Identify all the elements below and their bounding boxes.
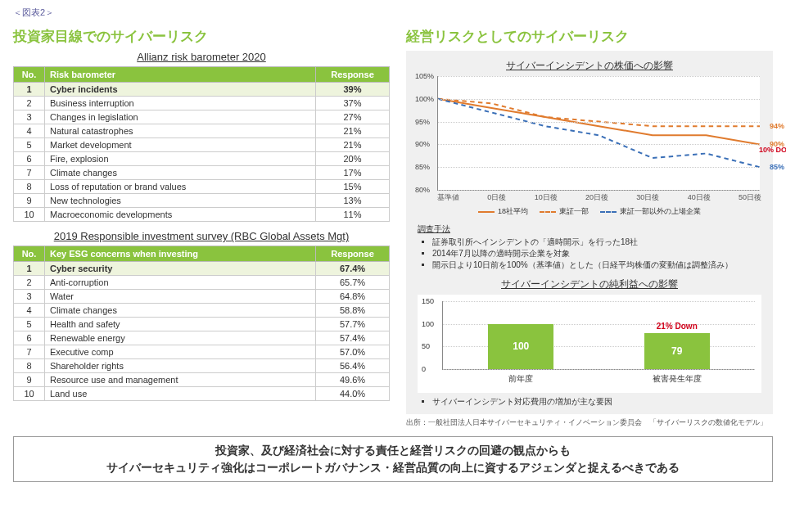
th-resp: Response [316,246,390,262]
left-column: 投資家目線でのサイバーリスク Allianz risk barometer 20… [13,27,390,428]
note-item: 開示日より10日前を100%（基準値）とした（日経平均株価の変動値は調整済み） [432,259,761,271]
profit-bar-chart: 0501001501007921% Down 前年度被害発生年度 [418,295,761,393]
bar-chart-title: サイバーインシデントの純利益への影響 [418,277,761,291]
bar-chart-note: サイバーインシデント対応費用の増加が主な要因 [432,396,761,408]
conclusion-line2: サイバーセキュリティ強化はコーポレートガバナンス・経営品質の向上に資するアジェン… [24,459,762,476]
note-item: 証券取引所へインシデントの「適時開示」を行った18社 [432,237,761,248]
conclusion-line1: 投資家、及び経済社会に対する責任と経営リスクの回避の観点からも [24,442,762,459]
line-chart-legend: 18社平均東証一部東証一部以外の上場企業 [418,206,761,217]
charts-panel: サイバーインシデントの株価への影響 80%85%90%95%100%105%90… [406,51,773,414]
left-section-title: 投資家目線でのサイバーリスク [13,27,390,46]
table-row: 1Cyber security67.4% [14,262,390,276]
table-row: 2Business interruption37% [14,97,390,110]
th-label: Risk barometer [45,67,316,83]
bar: 7921% Down [644,333,710,369]
line-chart-xaxis: 基準値0日後10日後20日後30日後40日後50日後 [437,192,761,203]
table2-caption: 2019 Responsible investment survey (RBC … [13,230,390,242]
table-row: 9New technologies13% [14,194,390,208]
bar: 100 [488,324,553,369]
table-row: 2Anti-corruption65.7% [14,276,390,290]
conclusion-box: 投資家、及び経済社会に対する責任と経営リスクの回避の観点からも サイバーセキュリ… [13,436,773,482]
allianz-table: No. Risk barometer Response 1Cyber incid… [13,66,390,222]
th-no: No. [14,246,45,262]
source-citation: 出所：一般社団法人日本サイバーセキュリティ・イノベーション委員会 「サイバーリス… [406,417,773,428]
table-row: 4Natural catastrophes21% [14,124,390,138]
table-row: 7Climate changes17% [14,166,390,180]
table-row: 4Climate changes58.8% [14,304,390,318]
table1-caption: Allianz risk barometer 2020 [13,51,390,63]
table-row: 1Cyber incidents39% [14,83,390,97]
table-row: 6Renewable energy57.4% [14,331,390,345]
table-row: 5Health and safety57.7% [14,318,390,331]
table-row: 9Resource use and management49.6% [14,373,390,387]
two-column-layout: 投資家目線でのサイバーリスク Allianz risk barometer 20… [13,27,773,428]
th-label: Key ESG concerns when investing [45,246,316,262]
table-row: 3Changes in legislation27% [14,110,390,124]
table-row: 6Fire, explosion20% [14,152,390,166]
stock-line-chart: 80%85%90%95%100%105%90%94%85%10% DOWN [437,76,760,191]
table-row: 8Shareholder rights56.4% [14,359,390,373]
note-item: 2014年7月以降の適時開示企業を対象 [432,248,761,259]
survey-method-notes: 調査手法 証券取引所へインシデントの「適時開示」を行った18社2014年7月以降… [418,223,761,271]
table-row: 3Water64.8% [14,290,390,304]
th-no: No. [14,67,45,83]
table-row: 5Market development21% [14,138,390,152]
right-section-title: 経営リスクとしてのサイバーリスク [406,27,773,46]
table-row: 7Executive comp57.0% [14,345,390,359]
table-row: 8Loss of reputation or brand values15% [14,180,390,194]
rbc-table: No. Key ESG concerns when investing Resp… [13,246,390,401]
notes-heading: 調査手法 [418,223,761,235]
th-resp: Response [316,67,390,83]
figure-label: ＜図表2＞ [13,7,773,19]
table-row: 10Land use44.0% [14,387,390,401]
table-row: 10Macroeconomic developments11% [14,208,390,222]
right-column: 経営リスクとしてのサイバーリスク サイバーインシデントの株価への影響 80%85… [406,27,773,428]
line-chart-title: サイバーインシデントの株価への影響 [418,59,761,73]
